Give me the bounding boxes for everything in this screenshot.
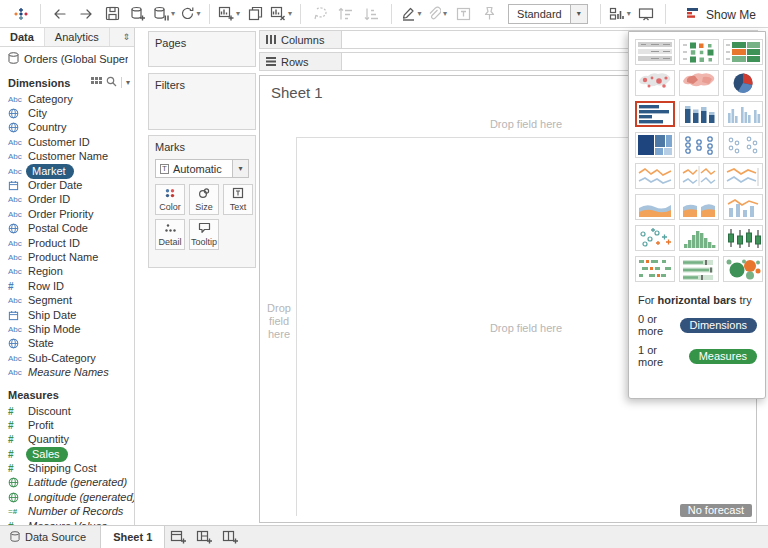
show-mark-labels-button[interactable] (452, 2, 474, 26)
view-as-icon[interactable] (91, 77, 102, 89)
add-data-button[interactable] (127, 2, 149, 26)
showme-treemap[interactable] (635, 132, 675, 158)
duplicate-sheet-button[interactable] (244, 2, 266, 26)
field-label: City (26, 107, 53, 120)
new-worksheet-button[interactable]: ▾ (218, 2, 240, 26)
pane-menu-caret-icon[interactable]: ▾ (126, 78, 130, 87)
field-state[interactable]: State (0, 337, 134, 351)
save-button[interactable] (101, 2, 123, 26)
showme-horizontal-bars[interactable] (635, 101, 675, 127)
fix-axes-button[interactable] (478, 2, 500, 26)
field-longitude-generated[interactable]: Longitude (generated) (0, 490, 134, 504)
search-icon[interactable] (106, 76, 117, 89)
new-story-tab-button[interactable] (217, 526, 243, 548)
showme-text-table[interactable] (635, 39, 675, 65)
field-order-id[interactable]: AbcOrder ID (0, 193, 134, 207)
new-worksheet-tab-button[interactable] (165, 526, 191, 548)
field-ship-mode[interactable]: AbcShip Mode (0, 322, 134, 336)
field-city[interactable]: City (0, 106, 134, 120)
sort-descending-button[interactable] (361, 2, 383, 26)
showme-scatter-plot[interactable] (635, 225, 675, 251)
field-order-date[interactable]: Order Date (0, 178, 134, 192)
marks-text-button[interactable]: Text (223, 184, 253, 215)
showme-discrete-area[interactable] (679, 194, 719, 220)
field-region[interactable]: AbcRegion (0, 265, 134, 279)
field-segment[interactable]: AbcSegment (0, 293, 134, 307)
sort-ascending-button[interactable] (335, 2, 357, 26)
showme-gantt[interactable] (635, 256, 675, 282)
field-sales[interactable]: #Sales (0, 447, 134, 461)
marks-detail-button[interactable]: Detail (155, 219, 185, 250)
showme-side-by-side-circles[interactable] (723, 132, 763, 158)
redo-button[interactable] (75, 2, 97, 26)
mark-type-dropdown[interactable]: T Automatic ▾ (155, 159, 249, 178)
filters-shelf[interactable]: Filters (148, 73, 256, 130)
field-category[interactable]: AbcCategory (0, 92, 134, 106)
clear-sheet-button[interactable]: ▾ (270, 2, 292, 26)
drop-zone-rows[interactable]: Drop field here (262, 302, 296, 341)
marks-color-button[interactable]: Color (155, 184, 185, 215)
field-order-priority[interactable]: AbcOrder Priority (0, 207, 134, 221)
measures-pill[interactable]: Measures (689, 349, 757, 364)
showme-dual-combination[interactable] (723, 194, 763, 220)
showme-histogram[interactable] (679, 225, 719, 251)
field-latitude-generated[interactable]: Latitude (generated) (0, 476, 134, 490)
showme-continuous-area[interactable] (635, 194, 675, 220)
field-market[interactable]: AbcMarket (0, 164, 134, 178)
field-shipping-cost[interactable]: #Shipping Cost (0, 461, 134, 475)
pane-swap-icon[interactable]: ⇕ (110, 28, 134, 46)
field-customer-id[interactable]: AbcCustomer ID (0, 135, 134, 149)
marks-tooltip-button[interactable]: Tooltip (189, 219, 219, 250)
undo-button[interactable] (49, 2, 71, 26)
showme-pie-chart[interactable] (723, 70, 763, 96)
field-ship-date[interactable]: Ship Date (0, 308, 134, 322)
field-country[interactable]: Country (0, 121, 134, 135)
showme-bullet-graph[interactable] (679, 256, 719, 282)
dimensions-pill[interactable]: Dimensions (680, 318, 757, 333)
field-measure-names[interactable]: AbcMeasure Names (0, 365, 134, 379)
refresh-icon (180, 6, 195, 21)
field-product-id[interactable]: AbcProduct ID (0, 236, 134, 250)
abc-field-icon: Abc (8, 152, 26, 161)
fit-mode-select[interactable]: Standard▾ (508, 4, 588, 24)
sheet-tab-sheet1[interactable]: Sheet 1 (100, 526, 165, 548)
presentation-mode-button[interactable] (635, 2, 657, 26)
showme-continuous-lines[interactable] (635, 163, 675, 189)
field-number-of-records[interactable]: =#Number of Records (0, 505, 134, 519)
group-members-button[interactable] (309, 2, 331, 26)
show-me-button[interactable]: Show Me (678, 2, 766, 27)
showme-heat-map[interactable] (679, 39, 719, 65)
show-hide-cards-button[interactable]: ▾ (609, 2, 631, 26)
new-dashboard-tab-button[interactable] (191, 526, 217, 548)
field-row-id[interactable]: #Row ID (0, 279, 134, 293)
marks-size-button[interactable]: Size (189, 184, 219, 215)
showme-highlight-table[interactable] (723, 39, 763, 65)
field-product-name[interactable]: AbcProduct Name (0, 250, 134, 264)
showme-filled-map[interactable] (679, 70, 719, 96)
pages-shelf[interactable]: Pages (148, 31, 256, 67)
abc-field-icon: Abc (8, 210, 26, 219)
field-profit[interactable]: #Profit (0, 418, 134, 432)
showme-box-and-whisker[interactable] (723, 225, 763, 251)
showme-stacked-bars[interactable] (679, 101, 719, 127)
field-discount[interactable]: #Discount (0, 404, 134, 418)
field-quantity[interactable]: #Quantity (0, 433, 134, 447)
showme-dual-lines[interactable] (723, 163, 763, 189)
field-postal-code[interactable]: Postal Code (0, 222, 134, 236)
refresh-data-button[interactable]: ▾ (179, 2, 201, 26)
showme-symbol-map[interactable] (635, 70, 675, 96)
highlight-button[interactable]: ▾ (400, 2, 422, 26)
showme-packed-bubbles[interactable] (723, 256, 763, 282)
member-group-button[interactable]: ▾ (426, 2, 448, 26)
data-connection[interactable]: Orders (Global Supersto... (0, 47, 134, 70)
pane-tab-data[interactable]: Data (0, 28, 45, 46)
showme-discrete-lines[interactable] (679, 163, 719, 189)
field-sub-category[interactable]: AbcSub-Category (0, 351, 134, 365)
pane-tab-analytics[interactable]: Analytics (45, 28, 110, 46)
data-pane: DataAnalytics⇕ Orders (Global Supersto..… (0, 28, 135, 525)
pause-updates-button[interactable]: ▾ (153, 2, 175, 26)
data-source-tab[interactable]: Data Source (0, 526, 100, 548)
showme-circle-view[interactable] (679, 132, 719, 158)
field-customer-name[interactable]: AbcCustomer Name (0, 150, 134, 164)
showme-side-by-side-bars[interactable] (723, 101, 763, 127)
